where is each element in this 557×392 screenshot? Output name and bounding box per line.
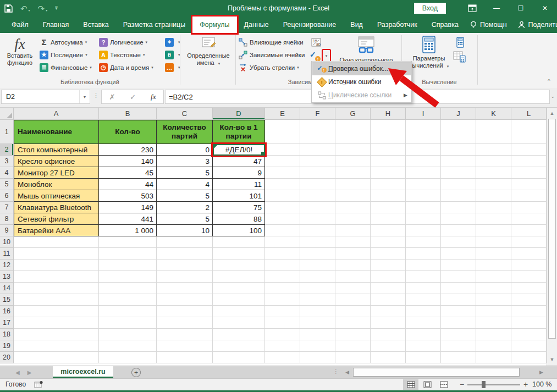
cell-A13[interactable] bbox=[14, 271, 99, 283]
row-header-16[interactable]: 16 bbox=[0, 306, 14, 317]
cell-B19[interactable] bbox=[99, 340, 157, 352]
cell-J16[interactable] bbox=[441, 306, 476, 317]
cell-K11[interactable] bbox=[476, 248, 511, 260]
next-sheet-icon[interactable]: ▶ bbox=[27, 369, 32, 376]
cell-C14[interactable] bbox=[157, 283, 213, 294]
row-header-14[interactable]: 14 bbox=[0, 283, 14, 294]
cell-G20[interactable] bbox=[335, 352, 371, 363]
cell-E1[interactable] bbox=[265, 120, 300, 144]
ribbon-tab-6[interactable]: Рецензирование bbox=[276, 16, 344, 33]
cell-B10[interactable] bbox=[99, 236, 157, 248]
cell-L11[interactable] bbox=[511, 248, 547, 260]
cell-D12[interactable] bbox=[213, 260, 265, 271]
cell-G18[interactable] bbox=[335, 329, 371, 340]
cell-E3[interactable] bbox=[265, 156, 300, 167]
cell-G9[interactable] bbox=[335, 225, 371, 236]
cell-C9[interactable]: 10 bbox=[157, 225, 213, 236]
cell-B20[interactable] bbox=[99, 352, 157, 363]
cell-A10[interactable] bbox=[14, 236, 99, 248]
cell-I9[interactable] bbox=[406, 225, 441, 236]
scroll-down-icon[interactable]: ▼ bbox=[548, 355, 556, 364]
cell-B14[interactable] bbox=[99, 283, 157, 294]
calculate-now-icon[interactable] bbox=[455, 36, 465, 48]
fill-handle[interactable] bbox=[261, 151, 265, 156]
cell-K10[interactable] bbox=[476, 236, 511, 248]
insert-function-button[interactable]: fx Вставить функцию bbox=[4, 36, 35, 67]
row-header-15[interactable]: 15 bbox=[0, 294, 14, 306]
cell-I2[interactable] bbox=[406, 144, 441, 156]
cell-B2[interactable]: 230 bbox=[99, 144, 157, 156]
column-header-I[interactable]: I bbox=[406, 108, 441, 120]
cell-E5[interactable] bbox=[265, 179, 300, 190]
cell-F5[interactable] bbox=[300, 179, 335, 190]
cell-G1[interactable] bbox=[335, 120, 371, 144]
cell-C8[interactable]: 5 bbox=[157, 213, 213, 225]
cell-B16[interactable] bbox=[99, 306, 157, 317]
column-header-B[interactable]: B bbox=[99, 108, 157, 120]
cell-I14[interactable] bbox=[406, 283, 441, 294]
zoom-level[interactable]: 100 % bbox=[532, 380, 552, 388]
vertical-scroll-thumb[interactable] bbox=[548, 119, 556, 339]
cell-C5[interactable]: 4 bbox=[157, 179, 213, 190]
cell-I4[interactable] bbox=[406, 167, 441, 179]
cell-L17[interactable] bbox=[511, 317, 547, 329]
cell-L4[interactable] bbox=[511, 167, 547, 179]
cell-A4[interactable]: Монитор 27 LED bbox=[14, 167, 99, 179]
sign-in-button[interactable]: Вход bbox=[414, 3, 446, 14]
cell-E6[interactable] bbox=[265, 190, 300, 202]
cell-A7[interactable]: Клавиатура Bluetooth bbox=[14, 202, 99, 213]
cell-L16[interactable] bbox=[511, 306, 547, 317]
cell-K4[interactable] bbox=[476, 167, 511, 179]
trace-dependents-button[interactable]: Зависимые ячейки bbox=[239, 49, 305, 60]
cell-I18[interactable] bbox=[406, 329, 441, 340]
cell-B18[interactable] bbox=[99, 329, 157, 340]
cell-J11[interactable] bbox=[441, 248, 476, 260]
cell-F9[interactable] bbox=[300, 225, 335, 236]
column-header-J[interactable]: J bbox=[441, 108, 476, 120]
cell-L1[interactable] bbox=[511, 120, 547, 144]
cell-L12[interactable] bbox=[511, 260, 547, 271]
cell-J8[interactable] bbox=[441, 213, 476, 225]
menu-item-error-source[interactable]: ! Источник ошибки bbox=[312, 75, 411, 89]
cell-J4[interactable] bbox=[441, 167, 476, 179]
cell-B17[interactable] bbox=[99, 317, 157, 329]
cell-J17[interactable] bbox=[441, 317, 476, 329]
cell-H1[interactable] bbox=[371, 120, 406, 144]
cell-I16[interactable] bbox=[406, 306, 441, 317]
watch-window-button[interactable]: Окно контрольного bbox=[333, 36, 399, 64]
cell-C18[interactable] bbox=[157, 329, 213, 340]
cell-I15[interactable] bbox=[406, 294, 441, 306]
cell-C15[interactable] bbox=[157, 294, 213, 306]
column-header-C[interactable]: C bbox=[157, 108, 213, 120]
row-header-9[interactable]: 9 bbox=[0, 225, 14, 236]
row-header-19[interactable]: 19 bbox=[0, 340, 14, 352]
cell-I6[interactable] bbox=[406, 190, 441, 202]
cell-F2[interactable] bbox=[300, 144, 335, 156]
error-checking-button[interactable]: ✓! bbox=[310, 50, 321, 62]
menu-item-error-checking[interactable]: ✓! Проверка ошибок... bbox=[312, 62, 411, 75]
cell-H15[interactable] bbox=[371, 294, 406, 306]
cell-H9[interactable] bbox=[371, 225, 406, 236]
cell-G11[interactable] bbox=[335, 248, 371, 260]
ribbon-tab-3[interactable]: Разметка страницы bbox=[116, 16, 192, 33]
cell-B3[interactable]: 140 bbox=[99, 156, 157, 167]
cell-L7[interactable] bbox=[511, 202, 547, 213]
cell-L19[interactable] bbox=[511, 340, 547, 352]
cell-K20[interactable] bbox=[476, 352, 511, 363]
ribbon-tab-5[interactable]: Данные bbox=[237, 16, 276, 33]
cell-C19[interactable] bbox=[157, 340, 213, 352]
lookup-reference-icon[interactable]: ⌖▾ bbox=[165, 36, 180, 48]
cell-L10[interactable] bbox=[511, 236, 547, 248]
cell-E4[interactable] bbox=[265, 167, 300, 179]
cell-B6[interactable]: 503 bbox=[99, 190, 157, 202]
cell-E2[interactable] bbox=[265, 144, 300, 156]
cell-B11[interactable] bbox=[99, 248, 157, 260]
cell-D15[interactable] bbox=[213, 294, 265, 306]
cell-G8[interactable] bbox=[335, 213, 371, 225]
cell-C12[interactable] bbox=[157, 260, 213, 271]
cell-E20[interactable] bbox=[265, 352, 300, 363]
help-item[interactable]: Помощн bbox=[466, 21, 511, 29]
cell-B8[interactable]: 441 bbox=[99, 213, 157, 225]
cell-B13[interactable] bbox=[99, 271, 157, 283]
cell-L13[interactable] bbox=[511, 271, 547, 283]
